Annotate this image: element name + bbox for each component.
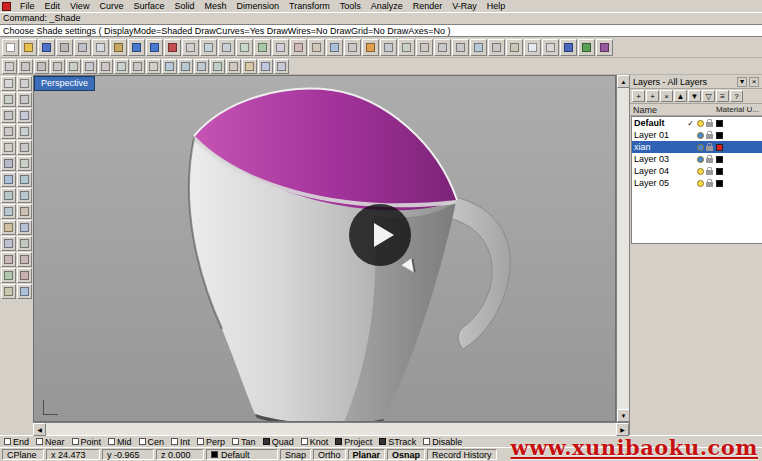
vertical-scroll-track[interactable]: [617, 88, 629, 409]
render-icon[interactable]: [560, 39, 577, 56]
panel-options-icon[interactable]: ▾: [737, 77, 747, 87]
redo-icon[interactable]: [146, 39, 163, 56]
osnap-mid-checkbox[interactable]: [108, 438, 115, 445]
osnap-end-checkbox[interactable]: [4, 438, 11, 445]
osnap-knot-checkbox[interactable]: [301, 438, 308, 445]
panel-close-icon[interactable]: ×: [749, 77, 759, 87]
layer-row-layer-04[interactable]: Layer 04: [632, 165, 762, 177]
line-tool-icon[interactable]: [17, 92, 32, 107]
layer-row-layer-01[interactable]: Layer 01: [632, 129, 762, 141]
arc-tool-icon[interactable]: [1, 124, 16, 139]
osnap-int[interactable]: Int: [171, 437, 190, 447]
curve-edit-icon[interactable]: [17, 156, 32, 171]
horizontal-scroll-track[interactable]: [46, 423, 616, 435]
osnap-point[interactable]: Point: [72, 437, 102, 447]
toggle-record-history[interactable]: Record History: [427, 449, 497, 460]
sweep2-tool-icon[interactable]: [1, 204, 16, 219]
properties-icon[interactable]: [542, 39, 559, 56]
new-layer-icon[interactable]: +: [632, 90, 645, 102]
rotate-icon[interactable]: [290, 39, 307, 56]
loft-tool-icon[interactable]: [17, 172, 32, 187]
layer-lock-icon[interactable]: [706, 158, 713, 163]
polygon-icon[interactable]: [146, 59, 161, 74]
layer-color-swatch[interactable]: [716, 168, 723, 175]
join-icon[interactable]: [344, 39, 361, 56]
new-sublayer-icon[interactable]: +: [646, 90, 659, 102]
menu-solid[interactable]: Solid: [169, 1, 199, 11]
layer-dialog-icon[interactable]: [524, 39, 541, 56]
sphere-icon[interactable]: [258, 59, 273, 74]
fillet-icon[interactable]: [434, 39, 451, 56]
explode-icon[interactable]: [362, 39, 379, 56]
free-curve-icon[interactable]: [66, 59, 81, 74]
cylinder-icon[interactable]: [274, 59, 289, 74]
scale-icon[interactable]: [308, 39, 325, 56]
layer-row-xian[interactable]: xian: [632, 141, 762, 153]
toggle-ortho[interactable]: Ortho: [313, 449, 346, 460]
viewport-perspective[interactable]: Perspective: [33, 75, 616, 422]
scale-tool-icon[interactable]: [1, 284, 16, 299]
layer-visibility-icon[interactable]: [697, 120, 704, 127]
paste-icon[interactable]: [110, 39, 127, 56]
line-icon[interactable]: [34, 59, 49, 74]
layer-color-swatch[interactable]: [716, 156, 723, 163]
extrude-tool-icon[interactable]: [17, 204, 32, 219]
menu-render[interactable]: Render: [408, 1, 448, 11]
circle-icon[interactable]: [82, 59, 97, 74]
layer-lock-icon[interactable]: [706, 182, 713, 187]
osnap-perp[interactable]: Perp: [197, 437, 225, 447]
cut-icon[interactable]: [74, 39, 91, 56]
layer-color-swatch[interactable]: [716, 144, 723, 151]
osnap-knot[interactable]: Knot: [301, 437, 329, 447]
menu-curve[interactable]: Curve: [94, 1, 128, 11]
loft-icon[interactable]: [178, 59, 193, 74]
shade-icon[interactable]: [596, 39, 613, 56]
toggle-planar[interactable]: Planar: [348, 449, 386, 460]
render-preview-icon[interactable]: [578, 39, 595, 56]
scroll-left-icon[interactable]: ◀: [33, 423, 46, 436]
point-tool-icon[interactable]: [17, 76, 32, 91]
trim-icon[interactable]: [380, 39, 397, 56]
current-layer-check[interactable]: ✓: [686, 119, 695, 128]
layer-lock-icon[interactable]: [706, 170, 713, 175]
surface-icon[interactable]: [162, 59, 177, 74]
layer-visibility-icon[interactable]: [697, 180, 704, 187]
layer-help-icon[interactable]: ?: [730, 90, 743, 102]
layer-color-swatch[interactable]: [716, 120, 723, 127]
array-icon[interactable]: [470, 39, 487, 56]
mirror-tool-icon[interactable]: [17, 284, 32, 299]
new-file-icon[interactable]: [2, 39, 19, 56]
select-tool-icon[interactable]: [1, 76, 16, 91]
move-layer-down-icon[interactable]: ▼: [688, 90, 701, 102]
rectangle-tool-icon[interactable]: [1, 140, 16, 155]
layer-visibility-icon[interactable]: [697, 168, 704, 175]
play-button[interactable]: [349, 204, 411, 266]
layer-tools-icon[interactable]: ≡: [716, 90, 729, 102]
open-file-icon[interactable]: [20, 39, 37, 56]
viewport-tab[interactable]: Perspective: [34, 76, 95, 91]
osnap-cen-checkbox[interactable]: [139, 438, 146, 445]
cone-tool-icon[interactable]: [17, 236, 32, 251]
osnap-quad[interactable]: Quad: [263, 437, 294, 447]
lock-icon[interactable]: [506, 39, 523, 56]
osnap-quad-checkbox[interactable]: [263, 438, 270, 445]
filter-layers-icon[interactable]: ▽: [702, 90, 715, 102]
polyline-icon[interactable]: [50, 59, 65, 74]
mirror-icon[interactable]: [326, 39, 343, 56]
menu-file[interactable]: File: [15, 1, 40, 11]
toggle-osnap[interactable]: Osnap: [387, 449, 425, 460]
copy-icon[interactable]: [92, 39, 109, 56]
osnap-project-checkbox[interactable]: [335, 438, 342, 445]
layer-lock-icon[interactable]: [706, 122, 713, 127]
menu-surface[interactable]: Surface: [128, 1, 169, 11]
osnap-cen[interactable]: Cen: [139, 437, 165, 447]
boolean-union-icon[interactable]: [1, 252, 16, 267]
boolean-difference-icon[interactable]: [17, 252, 32, 267]
polyline-tool-icon[interactable]: [1, 108, 16, 123]
horizontal-scrollbar[interactable]: ◀ ▶: [33, 422, 629, 435]
sweep1-tool-icon[interactable]: [17, 188, 32, 203]
move-layer-up-icon[interactable]: ▲: [674, 90, 687, 102]
layer-visibility-icon[interactable]: [697, 144, 704, 151]
osnap-project[interactable]: Project: [335, 437, 372, 447]
cylinder-tool-icon[interactable]: [1, 236, 16, 251]
